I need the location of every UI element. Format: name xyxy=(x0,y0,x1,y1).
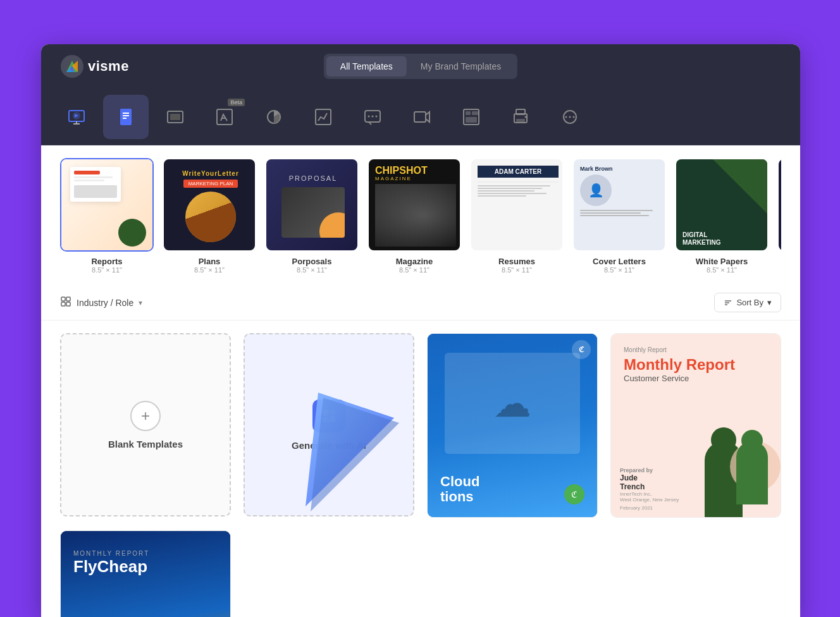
category-name-magazine: Magazine xyxy=(396,257,433,266)
person-silhouettes xyxy=(705,441,768,517)
tool-presentations[interactable] xyxy=(54,95,99,139)
plane-wing-svg xyxy=(110,591,230,617)
svg-point-34 xyxy=(565,116,567,118)
category-magazine[interactable]: CHIPSHOT MAGAZINE Magazine 8.5" × 11" xyxy=(368,158,461,274)
tool-more[interactable] xyxy=(547,95,593,139)
template-cloud[interactable]: ℭ ☁ Cloud tions xyxy=(427,333,598,518)
filter-bar: Industry / Role ▾ Sort By ▾ xyxy=(41,285,800,321)
category-size-proposals: 8.5" × 11" xyxy=(297,266,327,274)
svg-rect-28 xyxy=(466,117,477,123)
templates-grid: + Blank Templates Generate with AI xyxy=(41,321,800,530)
category-size-white-papers: 8.5" × 11" xyxy=(707,266,737,274)
category-name-resumes: Resumes xyxy=(498,257,535,266)
svg-rect-46 xyxy=(330,410,335,415)
svg-point-36 xyxy=(573,116,575,118)
ai-icon xyxy=(312,400,345,432)
template-flycheap[interactable]: MONTHLY REPORT FlyCheap xyxy=(60,530,231,617)
category-media-press[interactable]: Abigail Johnson Executive Director Media… xyxy=(777,158,781,274)
svg-rect-23 xyxy=(414,112,426,122)
filter-industry-role[interactable]: Industry / Role ▾ xyxy=(60,296,142,310)
cloud-text-area: Cloud tions xyxy=(440,474,479,504)
svg-rect-14 xyxy=(170,114,180,120)
sort-icon xyxy=(724,298,732,307)
report-sub: Customer Service xyxy=(624,374,689,383)
images-icon xyxy=(461,107,481,127)
cloud-bar-deco: ☁ xyxy=(428,353,597,454)
category-size-plans: 8.5" × 11" xyxy=(194,266,225,274)
logo-text: visme xyxy=(88,58,129,75)
svg-point-22 xyxy=(376,115,378,117)
svg-rect-44 xyxy=(323,410,329,416)
category-name-proposals: Porposals xyxy=(292,257,332,266)
sort-by-button[interactable]: Sort By ▾ xyxy=(714,293,781,312)
generate-ai-card[interactable]: Generate with AI xyxy=(244,333,414,516)
category-proposals[interactable]: PROPOSAL Porposals 8.5" × 11" xyxy=(265,158,359,274)
cloud-title: Cloud tions xyxy=(440,474,479,504)
filter-icon xyxy=(60,296,71,310)
category-reports[interactable]: Reports 8.5" × 11" xyxy=(60,158,154,274)
category-white-papers[interactable]: DIGITALMARKETING White Papers 8.5" × 11" xyxy=(675,158,769,274)
svg-point-20 xyxy=(368,115,370,117)
filter-label: Industry / Role xyxy=(77,298,133,308)
svg-rect-40 xyxy=(66,302,70,306)
tool-create[interactable]: Beta xyxy=(202,95,247,139)
tool-slides[interactable] xyxy=(152,95,198,139)
cloud-card-bg: ℭ ☁ Cloud tions xyxy=(428,334,597,517)
sort-chevron-icon: ▾ xyxy=(767,298,772,307)
create-icon xyxy=(214,107,235,127)
report-label-top: Monthly Report xyxy=(624,346,667,353)
report-footer: Prepared by JudeTrench InnerTech Inc,Wes… xyxy=(620,467,679,511)
plane-deco xyxy=(110,591,230,617)
tab-switcher: All Templates My Brand Templates xyxy=(324,54,517,79)
toolbar: Beta xyxy=(41,89,800,145)
tool-print[interactable] xyxy=(498,95,543,139)
tool-infographics[interactable] xyxy=(251,95,297,139)
second-row-templates xyxy=(41,518,800,530)
tool-documents[interactable] xyxy=(103,95,149,139)
svg-rect-47 xyxy=(330,416,335,422)
content-area: Reports 8.5" × 11" WriteYourLetter MARKE… xyxy=(41,145,800,617)
extra-templates-row: MONTHLY REPORT FlyCheap xyxy=(41,530,800,617)
ai-label: Generate with AI xyxy=(292,440,366,451)
plus-icon: + xyxy=(130,401,161,431)
visme-logo-icon xyxy=(60,54,84,78)
tab-all-templates[interactable]: All Templates xyxy=(326,56,407,76)
charts-icon xyxy=(313,107,333,127)
category-size-resumes: 8.5" × 11" xyxy=(502,266,532,274)
category-thumb-white-papers: DIGITALMARKETING xyxy=(675,158,769,252)
svg-rect-18 xyxy=(316,109,331,125)
blank-templates-card[interactable]: + Blank Templates xyxy=(60,333,231,516)
category-size-reports: 8.5" × 11" xyxy=(92,266,122,274)
tool-social[interactable] xyxy=(350,95,395,139)
template-monthly-report[interactable]: Monthly Report Monthly Report Customer S… xyxy=(610,333,781,518)
tab-brand-templates[interactable]: My Brand Templates xyxy=(407,56,515,76)
sort-label: Sort By xyxy=(736,298,763,307)
fly-title: FlyCheap xyxy=(73,557,149,577)
category-cover-letters[interactable]: Mark Brown 👤 Cov xyxy=(572,158,666,274)
svg-point-32 xyxy=(525,116,527,118)
ai-sparkle-icon xyxy=(321,408,337,424)
tool-video[interactable] xyxy=(399,95,445,139)
category-plans[interactable]: WriteYourLetter MARKETING PLAN Plans 8.5… xyxy=(163,158,256,274)
svg-point-21 xyxy=(372,115,374,117)
category-name-plans: Plans xyxy=(199,257,221,266)
category-thumb-reports xyxy=(60,158,154,252)
presentations-icon xyxy=(66,107,87,127)
cloud-badge-circle: ℭ xyxy=(564,484,584,504)
tool-images[interactable] xyxy=(448,95,494,139)
categories-row: Reports 8.5" × 11" WriteYourLetter MARKE… xyxy=(60,158,781,279)
category-resumes[interactable]: ADAM CARTER Re xyxy=(470,158,564,274)
category-name-cover: Cover Letters xyxy=(593,257,646,266)
category-thumb-cover: Mark Brown 👤 xyxy=(572,158,666,252)
slides-icon xyxy=(165,107,185,127)
logo: visme xyxy=(60,54,129,78)
category-thumb-magazine: CHIPSHOT MAGAZINE xyxy=(368,158,461,252)
app-header: visme All Templates My Brand Templates xyxy=(41,44,800,89)
category-size-cover: 8.5" × 11" xyxy=(604,266,634,274)
fly-label-top: MONTHLY REPORT xyxy=(73,550,149,557)
video-icon xyxy=(412,107,432,127)
svg-point-35 xyxy=(569,116,571,118)
tool-charts[interactable] xyxy=(300,95,346,139)
blank-label: Blank Templates xyxy=(108,439,183,449)
fly-card-bg: MONTHLY REPORT FlyCheap xyxy=(61,531,230,617)
